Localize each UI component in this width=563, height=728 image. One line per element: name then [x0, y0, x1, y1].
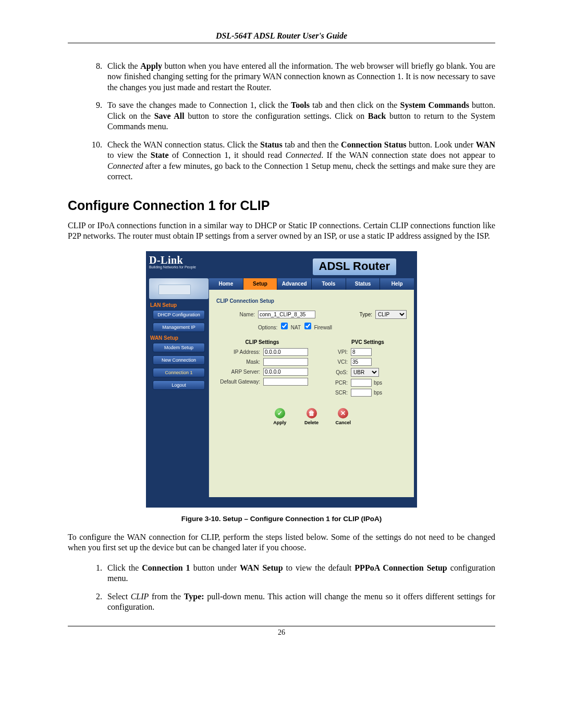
- sidebar-logout[interactable]: Logout: [153, 380, 205, 390]
- cancel-icon: ✕: [338, 408, 348, 418]
- panel-title: CLIP Connection Setup: [216, 298, 407, 304]
- check-icon: ✓: [275, 408, 285, 418]
- sidebar-new-connection[interactable]: New Connection: [153, 355, 205, 365]
- apply-button[interactable]: ✓ Apply: [268, 408, 292, 425]
- arp-server-input[interactable]: [263, 368, 308, 376]
- type-select[interactable]: CLIP: [375, 310, 407, 319]
- product-thumbnail: [149, 278, 209, 299]
- ip-address-input[interactable]: [263, 348, 308, 356]
- pvc-settings-heading: PVC Settings: [329, 339, 407, 345]
- steps-list-continued: Click the Apply button when you have ent…: [68, 61, 495, 182]
- trash-icon: 🗑: [307, 408, 317, 418]
- router-screenshot: D-Link Building Networks for People ADSL…: [146, 251, 417, 508]
- sidebar-connection-1[interactable]: Connection 1: [153, 368, 205, 377]
- mask-input[interactable]: [263, 358, 308, 366]
- nat-checkbox[interactable]: [281, 323, 288, 329]
- section-heading: Configure Connection 1 for CLIP: [68, 198, 495, 213]
- page-footer: 26: [68, 626, 495, 637]
- router-tabs: Home Setup Advanced Tools Status Help: [209, 278, 414, 290]
- delete-button[interactable]: 🗑 Delete: [300, 408, 324, 425]
- pcr-input[interactable]: [351, 379, 372, 387]
- qos-select[interactable]: UBR: [351, 368, 379, 377]
- tab-tools[interactable]: Tools: [312, 278, 346, 290]
- pvc-settings-column: PVC Settings VPI: VCI: QoS:UBR PCR:bps S…: [329, 339, 407, 399]
- cancel-button[interactable]: ✕ Cancel: [331, 408, 355, 425]
- firewall-checkbox[interactable]: [304, 323, 311, 329]
- default-gateway-input[interactable]: [263, 378, 308, 386]
- clip-settings-heading: CLIP Settings: [216, 339, 308, 345]
- options-row: Options: NAT Firewall: [258, 321, 407, 331]
- figure-caption: Figure 3-10. Setup – Configure Connectio…: [68, 515, 495, 523]
- name-input[interactable]: [258, 311, 315, 318]
- type-label: Type:: [360, 312, 372, 317]
- tab-setup[interactable]: Setup: [243, 278, 278, 290]
- sidebar-management-ip[interactable]: Management IP: [153, 323, 205, 332]
- running-header: DSL-564T ADSL Router User's Guide: [68, 31, 495, 43]
- router-sidebar: LAN Setup DHCP Configuration Management …: [149, 278, 209, 497]
- sidebar-modem-setup[interactable]: Modem Setup: [153, 343, 205, 352]
- vci-input[interactable]: [351, 358, 372, 366]
- tab-advanced[interactable]: Advanced: [277, 278, 312, 290]
- router-title: ADSL Router: [313, 258, 397, 275]
- sidebar-heading-lan: LAN Setup: [150, 302, 209, 308]
- tab-status[interactable]: Status: [346, 278, 381, 290]
- config-intro: To configure the WAN connection for CLIP…: [68, 532, 495, 553]
- config-steps-list: Click the Connection 1 button under WAN …: [68, 563, 495, 613]
- step-10: Check the WAN connection status. Click t…: [104, 140, 495, 182]
- tab-home[interactable]: Home: [209, 278, 243, 290]
- name-label: Name:: [216, 312, 255, 317]
- tab-help[interactable]: Help: [380, 278, 414, 290]
- sidebar-dhcp-config[interactable]: DHCP Configuration: [153, 310, 205, 319]
- scr-input[interactable]: [351, 389, 372, 397]
- action-buttons: ✓ Apply 🗑 Delete ✕ Cancel: [216, 408, 407, 425]
- config-step-2: Select CLIP from the Type: pull-down men…: [104, 591, 495, 613]
- config-step-1: Click the Connection 1 button under WAN …: [104, 563, 495, 584]
- step-9: To save the changes made to Connection 1…: [104, 100, 495, 132]
- page-number: 26: [278, 628, 285, 636]
- step-8: Click the Apply button when you have ent…: [104, 61, 495, 93]
- vpi-input[interactable]: [351, 348, 372, 356]
- router-content: Home Setup Advanced Tools Status Help CL…: [209, 278, 414, 497]
- lead-paragraph: CLIP or IPoA connections function in a s…: [68, 220, 495, 242]
- sidebar-heading-wan: WAN Setup: [150, 335, 209, 341]
- clip-settings-column: CLIP Settings IP Address: Mask: ARP Serv…: [216, 339, 308, 399]
